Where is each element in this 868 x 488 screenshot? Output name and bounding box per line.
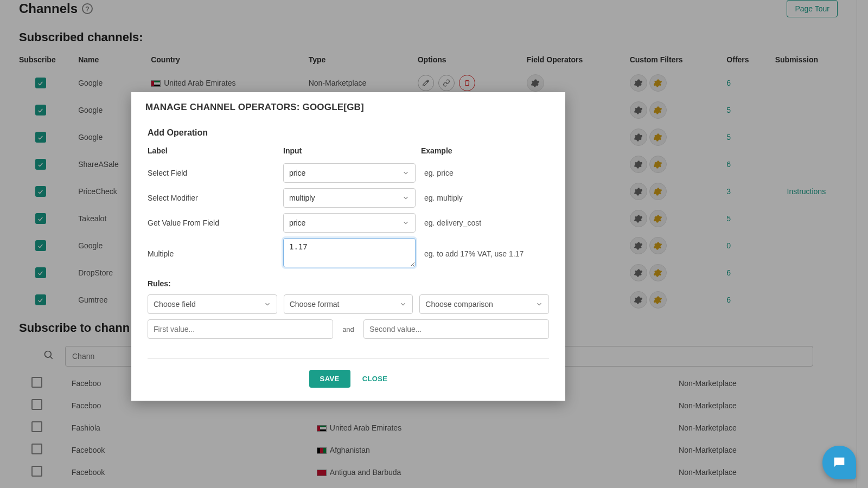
- op-select-value: price: [289, 219, 305, 227]
- chat-fab[interactable]: [822, 446, 856, 479]
- chat-icon: [832, 455, 847, 470]
- head-example: Example: [421, 144, 549, 160]
- head-input: Input: [283, 144, 416, 160]
- choose-comparison-label: Choose comparison: [425, 300, 493, 309]
- chevron-down-icon: [402, 169, 410, 177]
- chevron-down-icon: [264, 300, 271, 308]
- op-select-2[interactable]: price: [283, 213, 416, 233]
- modal-title: MANAGE CHANNEL OPERATORS: GOOGLE[GB]: [131, 92, 565, 115]
- first-value-input[interactable]: [148, 319, 333, 339]
- multiple-input[interactable]: 1.17: [283, 238, 416, 267]
- op-label: Select Field: [148, 164, 278, 182]
- op-select-1[interactable]: multiply: [283, 188, 416, 208]
- chevron-down-icon: [399, 300, 407, 308]
- op-select-value: price: [289, 169, 305, 177]
- choose-format-select[interactable]: Choose format: [284, 294, 413, 314]
- chevron-down-icon: [402, 219, 410, 227]
- choose-field-label: Choose field: [154, 300, 196, 309]
- choose-format-label: Choose format: [290, 300, 340, 309]
- op-example: eg. delivery_cost: [421, 214, 549, 232]
- op-example: eg. multiply: [421, 189, 549, 207]
- svg-rect-3: [836, 462, 840, 463]
- second-value-input[interactable]: [363, 319, 549, 339]
- op-example: eg. price: [421, 164, 549, 182]
- choose-field-select[interactable]: Choose field: [148, 294, 277, 314]
- op-label: Get Value From Field: [148, 214, 278, 232]
- close-button[interactable]: CLOSE: [362, 375, 388, 383]
- chevron-down-icon: [535, 300, 543, 308]
- rules-title: Rules:: [148, 272, 549, 292]
- op-label: Multiple: [148, 245, 278, 262]
- head-label: Label: [148, 144, 278, 160]
- chevron-down-icon: [402, 194, 410, 202]
- op-select-value: multiply: [289, 194, 315, 202]
- op-select-0[interactable]: price: [283, 163, 416, 183]
- op-example: eg. to add 17% VAT, use 1.17: [421, 245, 549, 262]
- and-label: and: [339, 325, 358, 333]
- choose-comparison-select[interactable]: Choose comparison: [419, 294, 549, 314]
- add-operation-title: Add Operation: [148, 119, 549, 144]
- svg-rect-2: [836, 460, 843, 461]
- manage-operators-modal: MANAGE CHANNEL OPERATORS: GOOGLE[GB] Add…: [131, 92, 565, 401]
- op-label: Select Modifier: [148, 189, 278, 207]
- save-button[interactable]: SAVE: [309, 370, 350, 388]
